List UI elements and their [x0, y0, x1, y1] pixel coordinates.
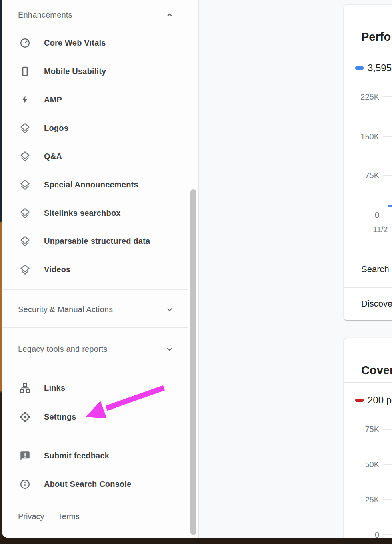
section-header-security-manual-actions[interactable]: Security & Manual Actions: [18, 301, 175, 318]
info-icon: [19, 478, 30, 490]
sidebar-item-sitelinks-searchbox[interactable]: Sitelinks searchbox: [19, 204, 187, 222]
gridline: [383, 429, 392, 430]
sidebar-item-core-web-vitals[interactable]: Core Web Vitals: [19, 34, 187, 52]
sidebar-item-mobile-usability[interactable]: Mobile Usability: [19, 62, 187, 80]
item-label: Sitelinks searchbox: [44, 209, 121, 218]
chevron-up-icon: [164, 10, 175, 20]
rich-result-icon: [19, 179, 30, 190]
y-tick: 50K: [344, 460, 379, 469]
rich-result-icon: [19, 122, 30, 134]
sidebar-item-about-search-console[interactable]: About Search Console: [19, 475, 187, 493]
sidebar-scrollbar-thumb[interactable]: [190, 189, 196, 535]
lightning-bolt-icon: [19, 94, 30, 105]
terms-link[interactable]: Terms: [58, 512, 80, 521]
item-label: Unparsable structured data: [44, 237, 150, 246]
sidebar-item-unparsable-structured-data[interactable]: Unparsable structured data: [19, 232, 187, 250]
smartphone-icon: [19, 66, 30, 77]
divider: [2, 289, 188, 290]
performance-legend: 3,595: [355, 62, 392, 74]
gear-icon: [19, 411, 30, 422]
divider: [344, 382, 392, 383]
legal-footer: Privacy Terms: [18, 512, 80, 521]
clicks-line-series: [388, 205, 392, 207]
legend-dash-blue: [355, 66, 364, 70]
legend-value: 200 p: [368, 395, 392, 406]
sidebar-item-logos[interactable]: Logos: [19, 119, 187, 137]
y-tick: 25K: [344, 495, 379, 504]
coverage-card: Coverage 200 p 75K 50K 25K 0: [344, 338, 392, 538]
y-tick: 75K: [344, 171, 379, 180]
y-tick: 0: [344, 210, 379, 220]
item-label: Videos: [44, 265, 70, 274]
item-label: Special Announcements: [44, 180, 138, 189]
feedback-icon: [19, 450, 30, 461]
legend-dash-red: [355, 399, 364, 402]
divider: [2, 368, 188, 368]
item-label: Logos: [44, 124, 68, 133]
screenshot-root: Enhancements Core Web Vitals Mobile Usab…: [0, 0, 392, 544]
section-header-legacy-tools[interactable]: Legacy tools and reports: [18, 340, 175, 358]
sidebar-item-qa[interactable]: Q&A: [19, 147, 187, 165]
section-label: Legacy tools and reports: [18, 345, 108, 354]
rich-result-icon: [19, 264, 30, 275]
coverage-card-title: Coverage: [361, 363, 392, 377]
item-label: Links: [44, 383, 65, 393]
speedometer-icon: [19, 37, 30, 48]
item-label: Q&A: [44, 152, 62, 161]
gridline: [383, 215, 392, 215]
item-label: Settings: [44, 412, 76, 422]
sidebar-item-amp[interactable]: AMP: [19, 91, 187, 108]
sidebar-item-submit-feedback[interactable]: Submit feedback: [19, 447, 187, 464]
divider: [344, 253, 392, 253]
performance-card-title: Performance: [361, 30, 392, 44]
privacy-link[interactable]: Privacy: [18, 512, 44, 521]
chevron-down-icon: [164, 344, 175, 354]
gridline: [383, 534, 392, 535]
divider: [2, 327, 188, 328]
performance-card: Performance 3,595 225K 150K 75K 0 11/2 S…: [344, 5, 392, 320]
search-console-window: Enhancements Core Web Vitals Mobile Usab…: [2, 0, 392, 538]
divider: [344, 287, 392, 288]
item-label: Mobile Usability: [44, 67, 106, 76]
item-label: About Search Console: [44, 480, 131, 489]
gridline: [383, 175, 392, 176]
section-header-enhancements[interactable]: Enhancements: [18, 6, 175, 24]
y-tick: 75K: [344, 424, 379, 434]
item-label: Submit feedback: [44, 451, 109, 460]
item-label: AMP: [44, 95, 62, 104]
sidebar-item-settings[interactable]: Settings: [19, 408, 187, 426]
sidebar-item-videos[interactable]: Videos: [19, 261, 187, 278]
section-label: Enhancements: [18, 10, 72, 20]
sidebar: Enhancements Core Web Vitals Mobile Usab…: [2, 0, 199, 538]
legend-value: 3,595: [368, 62, 392, 74]
links-tree-icon: [19, 382, 30, 393]
gridline: [383, 499, 392, 500]
divider: [344, 51, 392, 51]
performance-row-search[interactable]: Search: [361, 264, 392, 275]
scrollbar-gutter-line: [188, 0, 188, 538]
chevron-down-icon: [164, 304, 175, 315]
y-tick: 0: [344, 530, 379, 538]
sidebar-item-links[interactable]: Links: [19, 379, 187, 397]
performance-row-discover[interactable]: Discover: [361, 299, 392, 309]
rich-result-icon: [19, 235, 30, 247]
rich-result-icon: [19, 207, 30, 219]
gridline: [383, 96, 392, 97]
section-label: Security & Manual Actions: [18, 305, 113, 314]
divider: [2, 504, 188, 504]
y-tick: 150K: [344, 132, 379, 141]
sidebar-item-special-announcements[interactable]: Special Announcements: [19, 176, 187, 193]
x-tick: 11/2: [373, 225, 388, 234]
y-tick: 225K: [344, 92, 379, 102]
divider: [2, 3, 188, 3]
item-label: Core Web Vitals: [44, 38, 106, 48]
gridline: [383, 136, 392, 137]
gridline: [383, 464, 392, 465]
rich-result-icon: [19, 151, 30, 162]
coverage-legend: 200 p: [355, 395, 392, 406]
